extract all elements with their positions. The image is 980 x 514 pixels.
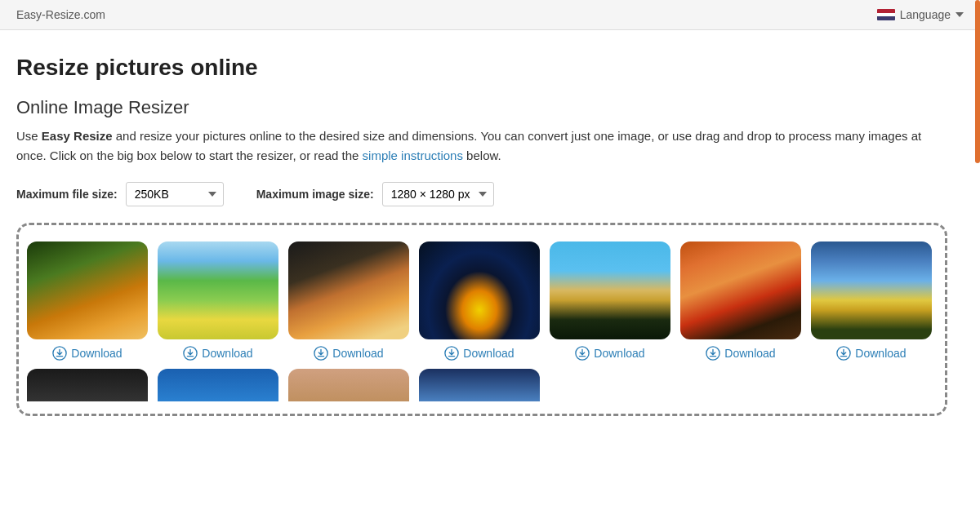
download-label: Download (71, 347, 122, 360)
page-title: Resize pictures online (16, 55, 947, 81)
desc-text-1: Use (16, 129, 42, 143)
image-size-select[interactable]: 1280 × 1280 px 640 × 640 px 800 × 800 px… (382, 182, 494, 206)
list-item: Download (27, 241, 148, 361)
download-button-4[interactable]: Download (444, 346, 514, 361)
section-title: Online Image Resizer (16, 97, 947, 118)
file-size-control: Maximum file size: 250KB 50KB 100KB 150K… (16, 182, 224, 206)
image-thumbnail (680, 241, 801, 339)
download-label: Download (594, 347, 644, 360)
download-icon (183, 346, 198, 361)
desc-text-3: below. (463, 148, 501, 162)
image-thumbnail (27, 241, 148, 339)
image-thumbnail-partial (27, 369, 148, 401)
controls: Maximum file size: 250KB 50KB 100KB 150K… (16, 182, 947, 206)
file-size-select[interactable]: 250KB 50KB 100KB 150KB 200KB 500KB 1MB 2… (126, 182, 224, 206)
download-icon (314, 346, 328, 361)
download-button-2[interactable]: Download (183, 346, 252, 361)
image-thumbnail (419, 241, 540, 339)
download-icon (52, 346, 67, 361)
list-item: Download (550, 241, 670, 361)
main-content: Resize pictures online Online Image Resi… (0, 30, 964, 416)
file-size-label: Maximum file size: (16, 188, 118, 201)
image-size-control: Maximum image size: 1280 × 1280 px 640 ×… (256, 182, 494, 206)
images-grid-bottom (27, 369, 937, 401)
brand-name: Easy Resize (42, 129, 113, 143)
download-icon (836, 346, 851, 361)
image-thumbnail (158, 241, 278, 339)
download-label: Download (332, 347, 383, 360)
list-item: Download (158, 241, 278, 361)
list-item: Download (811, 241, 932, 361)
download-label: Download (463, 347, 514, 360)
image-thumbnail-partial (288, 369, 409, 401)
image-size-label: Maximum image size: (256, 188, 374, 201)
flag-icon (877, 9, 895, 20)
simple-instructions-link[interactable]: simple instructions (363, 148, 463, 162)
image-thumbnail (288, 241, 409, 339)
download-button-6[interactable]: Download (706, 346, 775, 361)
list-item: Download (288, 241, 409, 361)
images-grid: Download Download (27, 241, 937, 361)
language-selector[interactable]: Language (877, 8, 964, 21)
image-thumbnail-partial (158, 369, 278, 401)
download-label: Download (202, 347, 252, 360)
image-thumbnail (550, 241, 670, 339)
download-button-1[interactable]: Download (52, 346, 122, 361)
download-button-3[interactable]: Download (314, 346, 383, 361)
download-icon (575, 346, 590, 361)
drop-zone[interactable]: Download Download (16, 223, 947, 416)
download-icon (706, 346, 720, 361)
list-item: Download (680, 241, 801, 361)
scrollbar-accent[interactable] (975, 0, 980, 163)
download-button-5[interactable]: Download (575, 346, 644, 361)
download-icon (444, 346, 459, 361)
download-button-7[interactable]: Download (836, 346, 906, 361)
chevron-down-icon (956, 12, 964, 17)
download-label: Download (855, 347, 906, 360)
list-item: Download (419, 241, 540, 361)
image-thumbnail (811, 241, 932, 339)
description: Use Easy Resize and resize your pictures… (16, 126, 947, 166)
download-label: Download (724, 347, 775, 360)
header: Easy-Resize.com Language (0, 0, 980, 30)
site-logo: Easy-Resize.com (16, 8, 105, 21)
language-label: Language (900, 8, 951, 21)
image-thumbnail-partial (419, 369, 540, 401)
